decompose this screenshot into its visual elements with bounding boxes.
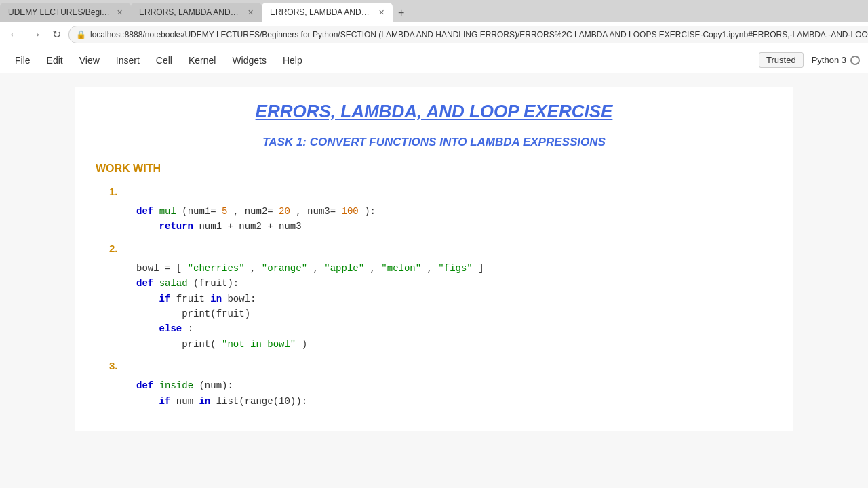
notebook-scroll[interactable]: ERRORS, LAMBDA, AND LOOP EXERCISE TASK 1…: [0, 73, 868, 488]
sep-2: ,: [313, 263, 324, 274]
notebook-content: ERRORS, LAMBDA, AND LOOP EXERCISE TASK 1…: [47, 73, 821, 445]
tab-2-close[interactable]: ✕: [248, 8, 254, 17]
sep-1: ,: [250, 263, 262, 274]
code-line-print-not: print( "not in bowl" ): [136, 337, 772, 352]
str-figs: "figs": [438, 263, 472, 274]
menu-cell[interactable]: Cell: [149, 52, 179, 68]
tab-3-close[interactable]: ✕: [378, 8, 384, 17]
sep-4: ,: [427, 263, 439, 274]
item-3-code: def inside (num): if num in list(range(1…: [136, 378, 772, 409]
inside-params: (num):: [199, 380, 233, 391]
mul-params: (num1=: [182, 206, 222, 217]
url-text: localhost:8888/notebooks/UDEMY LECTURES/…: [90, 30, 868, 39]
menu-help[interactable]: Help: [276, 52, 309, 68]
else-colon: :: [188, 323, 193, 334]
code-line-bowl: bowl = [ "cherries" , "orange" , "apple"…: [136, 261, 772, 276]
menu-view[interactable]: View: [73, 52, 106, 68]
str-apple: "apple": [324, 263, 364, 274]
item-2-num: 2.: [109, 243, 772, 254]
tab-bar: UDEMY LECTURES/Beginners... ✕ ERRORS, LA…: [0, 0, 868, 22]
keyword-return: return: [159, 221, 193, 232]
forward-button[interactable]: →: [27, 27, 45, 42]
fn-mul: mul: [159, 206, 176, 217]
jupyter-menubar: File Edit View Insert Cell Kernel Widget…: [0, 47, 868, 73]
keyword-def-2: def: [136, 278, 153, 289]
code-line-return: return num1 + num2 + num3: [136, 219, 772, 234]
task-title: TASK 1: CONVERT FUNCTIONS INTO LAMBDA EX…: [96, 136, 772, 149]
menu-file[interactable]: File: [8, 52, 37, 68]
keyword-if: if: [159, 293, 171, 304]
code-line-def-inside: def inside (num):: [136, 378, 772, 393]
keyword-if-2: if: [159, 396, 171, 407]
tab-1-title: UDEMY LECTURES/Beginners...: [8, 7, 110, 17]
task-prefix: TASK 1:: [262, 136, 310, 148]
num-5: 5: [222, 206, 227, 217]
address-bar: ← → ↻ 🔒 localhost:8888/notebooks/UDEMY L…: [0, 22, 868, 47]
work-with-label: WORK WITH: [96, 163, 772, 175]
menu-kernel[interactable]: Kernel: [182, 52, 222, 68]
back-button[interactable]: ←: [5, 27, 23, 42]
menu-insert[interactable]: Insert: [109, 52, 146, 68]
code-line-def-salad: def salad (fruit):: [136, 276, 772, 291]
title-cell: ERRORS, LAMBDA, AND LOOP EXERCISE TASK 1…: [75, 87, 793, 431]
keyword-def-3: def: [136, 380, 153, 391]
tab-3[interactable]: ERRORS, LAMBDA AND LO... ✕: [262, 3, 393, 22]
colon-1: ):: [364, 206, 376, 217]
fn-salad: salad: [159, 278, 188, 289]
item-1-num: 1.: [109, 186, 772, 197]
code-line-if-range: if num in list(range(10)):: [136, 394, 772, 409]
print-close: ): [302, 339, 307, 350]
num-20: 20: [279, 206, 290, 217]
page-title: ERRORS, LAMBDA, AND LOOP EXERCISE: [96, 101, 772, 122]
print-fruit: print(fruit): [182, 308, 250, 319]
code-line-def-mul: def mul (num1= 5 , num2= 20 , num3= 100 …: [136, 204, 772, 219]
reload-button[interactable]: ↻: [49, 26, 64, 42]
salad-params: (fruit):: [193, 278, 239, 289]
str-orange: "orange": [262, 263, 307, 274]
code-line-print-fruit: print(fruit): [136, 306, 772, 321]
bracket-close: ]: [478, 263, 484, 274]
task-body: CONVERT FUNCTIONS INTO LAMBDA EXPRESSION…: [310, 136, 606, 148]
fn-inside: inside: [159, 380, 193, 391]
kernel-status-icon: [850, 56, 860, 65]
if-num: num: [176, 396, 199, 407]
comma-1: , num2=: [233, 206, 279, 217]
keyword-in-2: in: [199, 396, 210, 407]
menu-widgets[interactable]: Widgets: [225, 52, 273, 68]
menu-edit[interactable]: Edit: [40, 52, 70, 68]
keyword-else: else: [159, 323, 182, 334]
print-not-bowl: print(: [182, 339, 216, 350]
if-expr: fruit: [176, 293, 210, 304]
return-expr: num1 + num2 + num3: [199, 221, 301, 232]
keyword-def-1: def: [136, 206, 153, 217]
tab-1[interactable]: UDEMY LECTURES/Beginners... ✕: [0, 3, 131, 22]
tab-3-title: ERRORS, LAMBDA AND LO...: [270, 7, 372, 17]
bowl-assign: bowl = [: [136, 263, 182, 274]
in-bowl: bowl:: [227, 293, 256, 304]
code-line-if: if fruit in bowl:: [136, 291, 772, 306]
new-tab-button[interactable]: +: [393, 4, 410, 22]
tab-2-title: ERRORS, LAMBDA AND LO...: [139, 7, 241, 17]
lock-icon: 🔒: [76, 30, 86, 39]
tab-1-close[interactable]: ✕: [117, 8, 123, 17]
sep-3: ,: [370, 263, 382, 274]
num-100: 100: [342, 206, 359, 217]
item-3-num: 3.: [109, 360, 772, 371]
keyword-in: in: [210, 293, 222, 304]
browser-window: UDEMY LECTURES/Beginners... ✕ ERRORS, LA…: [0, 0, 868, 488]
item-1-code: def mul (num1= 5 , num2= 20 , num3= 100 …: [136, 204, 772, 235]
url-box[interactable]: 🔒 localhost:8888/notebooks/UDEMY LECTURE…: [68, 26, 868, 43]
str-not-in-bowl: "not in bowl": [222, 339, 296, 350]
item-2-code: bowl = [ "cherries" , "orange" , "apple"…: [136, 261, 772, 352]
str-melon: "melon": [381, 263, 421, 274]
kernel-info: Python 3: [812, 55, 860, 65]
notebook-outer: ERRORS, LAMBDA, AND LOOP EXERCISE TASK 1…: [0, 73, 868, 488]
code-line-else: else :: [136, 321, 772, 336]
trusted-badge[interactable]: Trusted: [759, 52, 804, 68]
str-cherries: "cherries": [188, 263, 245, 274]
comma-2: , num3=: [296, 206, 341, 217]
tab-2[interactable]: ERRORS, LAMBDA AND LO... ✕: [131, 3, 262, 22]
list-range: list(range(10)):: [216, 396, 307, 407]
kernel-label: Python 3: [812, 55, 846, 65]
